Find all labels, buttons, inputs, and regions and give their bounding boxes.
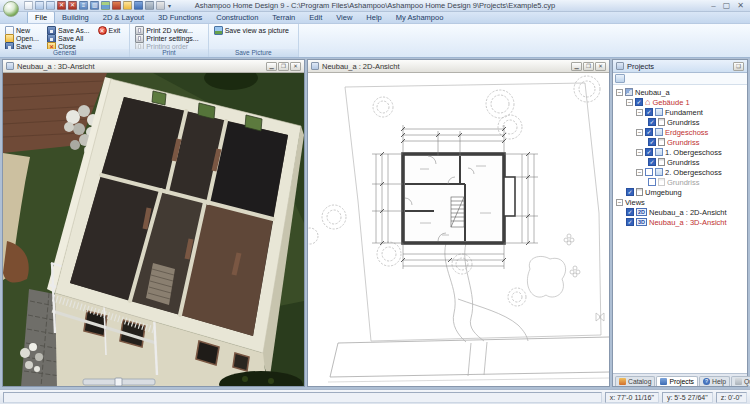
redo-icon[interactable] — [46, 1, 55, 10]
tab-2d-layout[interactable]: 2D & Layout — [96, 12, 151, 23]
ribbon-group-print: Print 2D view... Printer settings... Pri… — [130, 24, 209, 57]
tab-file[interactable]: File — [27, 11, 55, 23]
tree-item-first-floor[interactable]: − ✓ 1. Obergeschoss — [614, 147, 746, 157]
tab-catalog[interactable]: Catalog — [615, 376, 655, 386]
panel-2d-close-button[interactable]: ✕ — [595, 62, 606, 71]
tree-item-floorplan[interactable]: ✓ Grundriss — [614, 157, 746, 167]
tree-item-floorplan[interactable]: ✓ Grundriss — [614, 137, 746, 147]
walkthrough-slider[interactable] — [83, 378, 155, 386]
maximize-button[interactable]: ▢ — [723, 1, 731, 11]
projects-panel-titlebar[interactable]: Projects ❏ — [613, 60, 747, 73]
app-logo-icon[interactable] — [3, 1, 19, 17]
tree-item-building[interactable]: − ✓ ⌂ Gebäude 1 — [614, 97, 746, 107]
visibility-checkbox[interactable]: ✓ — [635, 98, 643, 106]
tree-item-project-root[interactable]: − Neubau_a — [614, 87, 746, 97]
visibility-checkbox[interactable]: ✓ — [648, 118, 656, 126]
tree-item-environment[interactable]: ✓ Umgebung — [614, 187, 746, 197]
visibility-checkbox[interactable]: ✓ — [645, 108, 653, 116]
reset-view-icon[interactable] — [112, 1, 121, 10]
tab-3d-functions[interactable]: 3D Functions — [151, 12, 209, 23]
visibility-checkbox[interactable]: ✓ — [626, 208, 634, 216]
display-options-button[interactable] — [615, 74, 625, 83]
tree-item-3d-view[interactable]: ✓ 3D Neubau_a : 3D-Ansicht — [614, 217, 746, 227]
close-view-icon[interactable]: ✕ — [57, 1, 66, 10]
tab-construction[interactable]: Construction — [209, 12, 265, 23]
ribbon-group-general: New Open... Save Save As... Save All Clo… — [0, 24, 130, 57]
printer-settings-button[interactable]: Printer settings... — [133, 34, 201, 42]
visibility-checkbox[interactable]: ✓ — [626, 218, 634, 226]
tile-vertical-icon[interactable]: ▥ — [90, 1, 99, 10]
settings-icon[interactable] — [156, 1, 165, 10]
tab-my-ashampoo[interactable]: My Ashampoo — [389, 12, 451, 23]
expander-icon[interactable]: − — [626, 99, 633, 106]
group-label-general: General — [0, 49, 129, 57]
tab-projects[interactable]: Projects — [656, 376, 698, 386]
visibility-checkbox[interactable] — [645, 168, 653, 176]
open-project-icon[interactable] — [123, 1, 132, 10]
tab-help[interactable]: Help — [359, 12, 388, 23]
tree-item-foundation[interactable]: − ✓ Fundament — [614, 107, 746, 117]
insert-image-icon[interactable] — [101, 1, 110, 10]
building-icon: ⌂ — [645, 98, 650, 106]
3d-viewport[interactable] — [3, 73, 304, 386]
panel-2d-minimize-button[interactable]: ▁ — [571, 62, 582, 71]
panel-3d-restore-button[interactable]: ❐ — [278, 62, 289, 71]
status-y-coordinate: y: 5'-5 27/64" — [662, 392, 713, 403]
statistics-icon[interactable] — [134, 1, 143, 10]
new-document-icon[interactable] — [24, 1, 33, 10]
tree-item-floorplan[interactable]: ✓ Grundriss — [614, 117, 746, 127]
tree-item-views[interactable]: − Views — [614, 197, 746, 207]
expander-icon[interactable]: − — [636, 149, 643, 156]
undo-icon[interactable] — [35, 1, 44, 10]
tree-item-ground-floor[interactable]: − ✓ Erdgeschoss — [614, 127, 746, 137]
visibility-checkbox[interactable]: ✓ — [645, 128, 653, 136]
project-icon — [625, 88, 633, 96]
expander-icon[interactable]: − — [636, 169, 643, 176]
close-all-views-icon[interactable]: ✕ — [68, 1, 77, 10]
tab-edit[interactable]: Edit — [302, 12, 329, 23]
panel-3d-titlebar[interactable]: Neubau_a : 3D-Ansicht ▁ ❐ ✕ — [3, 60, 304, 73]
floor-icon — [655, 108, 663, 116]
save-view-as-picture-button[interactable]: Save view as picture — [212, 26, 291, 34]
tab-terrain[interactable]: Terrain — [265, 12, 302, 23]
walkthrough-icon[interactable] — [145, 1, 154, 10]
tab-building[interactable]: Building — [55, 12, 96, 23]
tab-help[interactable]: ?Help — [699, 376, 730, 386]
panel-3d-close-button[interactable]: ✕ — [290, 62, 301, 71]
expander-icon[interactable]: − — [636, 109, 643, 116]
title-bar: ✕ ✕ ≡ ▥ ▾ Ashampoo Home Design 9 - C:\Pr… — [0, 0, 750, 12]
new-button[interactable]: New — [3, 26, 41, 34]
tile-horizontal-icon[interactable]: ≡ — [79, 1, 88, 10]
save-as-button[interactable]: Save As... — [45, 26, 92, 34]
visibility-checkbox[interactable] — [648, 178, 656, 186]
close-button[interactable]: ✕ — [737, 1, 744, 11]
tab-quantities[interactable]: Quantities — [731, 376, 750, 386]
exit-button[interactable]: Exit — [96, 26, 123, 34]
panel-2d-titlebar[interactable]: Neubau_a : 2D-Ansicht ▁ ❐ ✕ — [308, 60, 609, 73]
expander-icon[interactable]: − — [616, 89, 623, 96]
projects-tree: − Neubau_a − ✓ ⌂ Gebäude 1 − ✓ Fundament… — [613, 85, 747, 373]
expander-icon[interactable]: − — [636, 129, 643, 136]
qat-dropdown-icon[interactable]: ▾ — [168, 2, 171, 9]
visibility-checkbox[interactable]: ✓ — [626, 188, 634, 196]
open-button[interactable]: Open... — [3, 34, 41, 42]
panel-3d-minimize-button[interactable]: ▁ — [266, 62, 277, 71]
tree-item-2d-view[interactable]: ✓ 2D Neubau_a : 2D-Ansicht — [614, 207, 746, 217]
print-2d-view-button[interactable]: Print 2D view... — [133, 26, 201, 34]
visibility-checkbox[interactable]: ✓ — [645, 148, 653, 156]
visibility-checkbox[interactable]: ✓ — [648, 158, 656, 166]
projects-toolbar — [613, 73, 747, 85]
save-all-button[interactable]: Save All — [45, 34, 92, 42]
minimize-button[interactable]: – — [711, 1, 715, 11]
visibility-checkbox[interactable]: ✓ — [648, 138, 656, 146]
2d-viewport[interactable] — [308, 73, 609, 386]
tab-view[interactable]: View — [329, 12, 359, 23]
tree-item-floorplan[interactable]: Grundriss — [614, 177, 746, 187]
panel-2d-restore-button[interactable]: ❐ — [583, 62, 594, 71]
expander-icon[interactable]: − — [616, 199, 623, 206]
tree-item-second-floor[interactable]: − 2. Obergeschoss — [614, 167, 746, 177]
workspace: Neubau_a : 3D-Ansicht ▁ ❐ ✕ — [0, 58, 750, 389]
house-plan — [403, 154, 515, 243]
quick-access-toolbar: ✕ ✕ ≡ ▥ ▾ — [24, 1, 171, 10]
projects-panel-menu-button[interactable]: ❏ — [733, 62, 744, 71]
